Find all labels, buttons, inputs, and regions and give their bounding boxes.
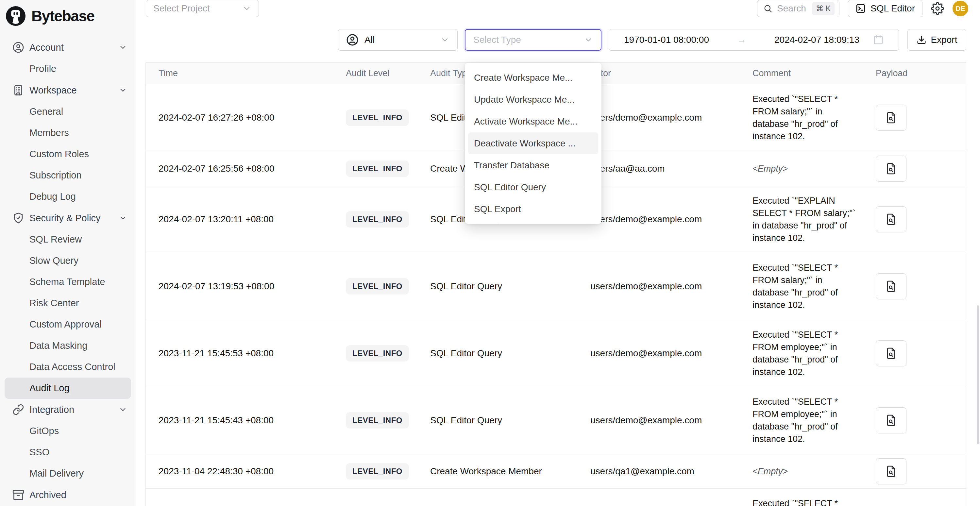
sidebar-item-custom-roles[interactable]: Custom Roles [0, 143, 136, 165]
terminal-icon [856, 3, 866, 14]
type-menu-item[interactable]: Update Workspace Me... [468, 89, 598, 110]
sidebar-item-custom-approval[interactable]: Custom Approval [0, 314, 136, 335]
cell-time: 2023-11-04 22:48:30 +08:00 [159, 466, 346, 477]
cell-comment: Executed `"SELECT * FROM department;"` i… [752, 488, 876, 506]
search-input[interactable]: Search ⌘ K [757, 0, 840, 17]
cell-actor: users/demo@example.com [590, 348, 752, 359]
sql-editor-button[interactable]: SQL Editor [848, 0, 923, 17]
audit-level-badge: LEVEL_INFO [346, 110, 409, 126]
cell-comment: <Empty> [752, 457, 876, 486]
sidebar-item-gitops[interactable]: GitOps [0, 420, 136, 442]
cell-audit-level: LEVEL_INFO [346, 412, 430, 428]
type-menu-item[interactable]: Activate Workspace Me... [468, 110, 598, 132]
topbar: Select Project Search ⌘ K SQL Editor DE [136, 0, 980, 18]
cell-actor: users/demo@example.com [590, 281, 752, 291]
cell-comment: Executed `"EXPLAIN SELECT * FROM salary;… [752, 186, 876, 253]
sidebar-item-audit-log[interactable]: Audit Log [5, 377, 131, 399]
cell-time: 2023-11-21 15:45:53 +08:00 [159, 348, 346, 359]
user-circle-icon [13, 41, 24, 53]
sidebar-item-risk-center[interactable]: Risk Center [0, 293, 136, 314]
cell-comment: Executed `"SELECT * FROM salary;"` in da… [752, 253, 876, 320]
sidebar-item-subscription[interactable]: Subscription [0, 165, 136, 186]
payload-view-button[interactable] [876, 407, 907, 433]
sidebar-item-debug-log[interactable]: Debug Log [0, 186, 136, 207]
cell-audit-level: LEVEL_INFO [346, 463, 430, 479]
building-icon [13, 84, 24, 96]
cell-actor: users/qa1@example.com [590, 466, 752, 477]
sidebar-item-data-masking[interactable]: Data Masking [0, 335, 136, 356]
sidebar-item-data-access-control[interactable]: Data Access Control [0, 356, 136, 377]
table-row: 2023-11-04 21:26:24 +08:00LEVEL_INFOSQL … [146, 488, 966, 506]
cell-payload [876, 407, 966, 433]
payload-view-button[interactable] [876, 206, 907, 232]
payload-view-button[interactable] [876, 156, 907, 182]
sidebar-item-sso[interactable]: SSO [0, 442, 136, 463]
sidebar-group-label: Account [29, 42, 119, 53]
cell-time: 2023-11-21 15:45:43 +08:00 [159, 415, 346, 426]
actor-filter-value: All [364, 35, 434, 45]
date-range-picker[interactable]: 1970-01-01 08:00:00 → 2024-02-07 18:09:1… [609, 29, 899, 51]
table-row: 2023-11-04 22:48:30 +08:00LEVEL_INFOCrea… [146, 454, 966, 488]
download-icon [916, 35, 926, 45]
chevron-down-icon [584, 35, 593, 45]
column-header-audit-level: Audit Level [346, 68, 430, 78]
sidebar-group-archived[interactable]: Archived [0, 484, 136, 506]
gear-icon[interactable] [931, 2, 944, 15]
shield-check-icon [13, 212, 24, 224]
sidebar-group-workspace[interactable]: Workspace [0, 80, 136, 101]
audit-level-badge: LEVEL_INFO [346, 463, 409, 479]
date-from[interactable]: 1970-01-01 08:00:00 [624, 35, 709, 45]
table-row: 2023-11-21 15:45:43 +08:00LEVEL_INFOSQL … [146, 387, 966, 454]
type-menu-item[interactable]: Transfer Database [468, 154, 598, 176]
type-menu-item[interactable]: Create Workspace Me... [468, 67, 598, 89]
cell-audit-level: LEVEL_INFO [346, 110, 430, 126]
sidebar-group-security-policy[interactable]: Security & Policy [0, 207, 136, 229]
chevron-down-icon [119, 214, 127, 222]
cell-payload [876, 340, 966, 366]
cell-actor: users/demo@example.com [590, 214, 752, 224]
date-to[interactable]: 2024-02-07 18:09:13 [775, 35, 859, 45]
actor-filter-select[interactable]: All [338, 29, 458, 51]
project-select[interactable]: Select Project [146, 0, 259, 17]
type-filter-dropdown-menu: Create Workspace Me...Update Workspace M… [465, 63, 601, 224]
payload-view-button[interactable] [876, 458, 907, 484]
sql-editor-label: SQL Editor [870, 3, 915, 14]
type-menu-item[interactable]: Deactivate Workspace ... [468, 132, 598, 154]
type-menu-item[interactable]: SQL Editor Query [468, 176, 598, 198]
sidebar-group-label: Archived [29, 490, 127, 500]
type-filter-select[interactable]: Select Type [465, 29, 601, 51]
sidebar-group-account[interactable]: Account [0, 37, 136, 58]
cell-time: 2024-02-07 13:20:11 +08:00 [159, 214, 346, 224]
export-button[interactable]: Export [907, 29, 966, 51]
brand[interactable]: Bytebase [0, 0, 136, 28]
cell-audit-type: Create Workspace Member [430, 466, 590, 477]
sidebar-group-label: Integration [29, 404, 119, 415]
cell-payload [876, 105, 966, 131]
sidebar-item-sql-review[interactable]: SQL Review [0, 229, 136, 250]
scrollbar-thumb[interactable] [977, 305, 979, 444]
search-icon [763, 4, 772, 13]
sidebar-group-label: Security & Policy [29, 213, 119, 224]
link-icon [13, 404, 24, 415]
payload-view-button[interactable] [876, 340, 907, 366]
audit-level-badge: LEVEL_INFO [346, 211, 409, 228]
column-header-comment: Comment [752, 68, 876, 78]
type-menu-item[interactable]: SQL Export [468, 198, 598, 220]
avatar[interactable]: DE [953, 1, 968, 16]
sidebar-item-members[interactable]: Members [0, 122, 136, 143]
payload-view-button[interactable] [876, 105, 907, 131]
file-search-icon [885, 213, 897, 226]
file-search-icon [885, 111, 897, 124]
sidebar-item-general[interactable]: General [0, 101, 136, 122]
sidebar-item-profile[interactable]: Profile [0, 58, 136, 80]
sidebar-item-slow-query[interactable]: Slow Query [0, 250, 136, 271]
payload-view-button[interactable] [876, 273, 907, 299]
search-placeholder: Search [777, 3, 807, 14]
file-search-icon [885, 162, 897, 175]
sidebar-item-schema-template[interactable]: Schema Template [0, 271, 136, 293]
user-circle-icon [346, 33, 359, 46]
cell-comment: Executed `"SELECT * FROM employee;"` in … [752, 320, 876, 387]
sidebar-group-integration[interactable]: Integration [0, 399, 136, 420]
sidebar-item-mail-delivery[interactable]: Mail Delivery [0, 463, 136, 484]
file-search-icon [885, 465, 897, 477]
